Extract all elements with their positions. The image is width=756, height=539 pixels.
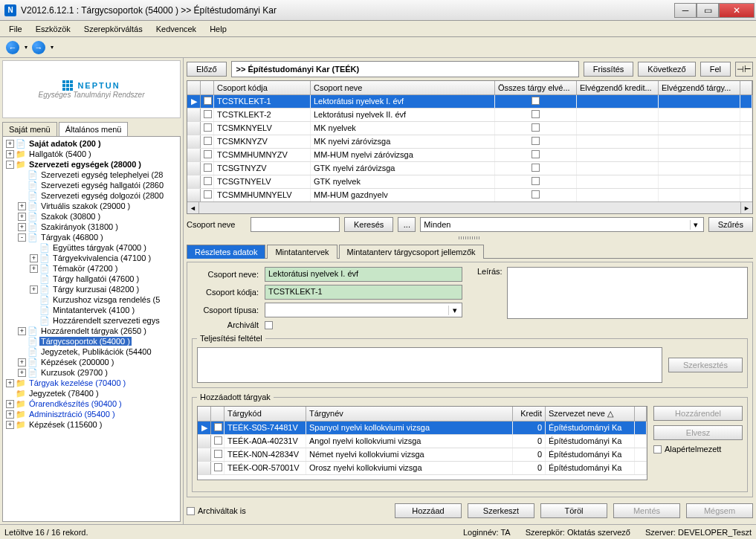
tree-label[interactable]: Szakirányok (31800 ): [39, 222, 120, 231]
tree-label[interactable]: Kurzusok (29700 ): [39, 368, 109, 377]
table-row[interactable]: TCSGTNYELVGTK nyelvek: [187, 175, 752, 189]
groups-grid[interactable]: Csoport kódja Csoport neve Összes tárgy …: [187, 80, 753, 214]
tree-node[interactable]: -📄Tárgyak (46800 ): [4, 232, 178, 242]
field-completion[interactable]: [197, 347, 662, 383]
tree-label[interactable]: Szervezeti egység telephelyei (28: [39, 170, 164, 179]
col-code[interactable]: Csoport kódja: [214, 81, 311, 94]
tree-toggle-icon[interactable]: +: [6, 150, 14, 158]
search-input[interactable]: [251, 217, 340, 232]
nav-back-button[interactable]: ←: [4, 39, 21, 56]
tree-node[interactable]: +📄Tárgy kurzusai (48200 ): [4, 284, 178, 294]
tree-label[interactable]: Adminisztráció (95400 ): [28, 410, 117, 419]
tree-node[interactable]: 📄Kurzushoz vizsga rendelés (5: [4, 294, 178, 305]
maximize-button[interactable]: ▭: [697, 3, 719, 18]
tab-curriculum-props[interactable]: Mintatanterv tárgycsoport jellemzők: [339, 245, 484, 259]
tree-toggle-icon[interactable]: +: [30, 254, 38, 262]
tree-label[interactable]: Hallgatók (5400 ): [28, 149, 93, 158]
search-more-button[interactable]: ...: [398, 217, 416, 232]
tree-node[interactable]: 📄Mintatantervek (4100 ): [4, 305, 178, 315]
tree-toggle-icon[interactable]: +: [30, 285, 38, 294]
back-dropdown-icon[interactable]: ▾: [25, 44, 28, 51]
search-button[interactable]: Keresés: [344, 217, 393, 232]
cancel-button[interactable]: Mégsem: [686, 503, 753, 518]
row-checkbox[interactable]: [532, 123, 540, 132]
row-checkbox[interactable]: [532, 150, 540, 158]
tree-node[interactable]: +📄Hozzárendelt tárgyak (2650 ): [4, 326, 178, 336]
tree[interactable]: +📄Saját adatok (200 )+📁Hallgatók (5400 )…: [2, 136, 181, 522]
add-button[interactable]: Hozzáad: [395, 503, 462, 518]
tree-label[interactable]: Képzések (200000 ): [39, 358, 115, 367]
delete-button[interactable]: Töröl: [540, 503, 607, 518]
tree-label[interactable]: Képzések (115600 ): [28, 420, 103, 429]
tree-toggle-icon[interactable]: +: [6, 379, 14, 387]
tree-label[interactable]: Témakör (47200 ): [51, 264, 119, 273]
row-checkbox[interactable]: [532, 137, 540, 145]
tree-label[interactable]: Hozzárendelt tárgyak (2650 ): [39, 326, 148, 335]
table-row[interactable]: TCSGTNYZVGTK nyelvi záróvizsga: [187, 162, 752, 175]
tree-label[interactable]: Kurzushoz vizsga rendelés (5: [51, 295, 161, 304]
tree-toggle-icon[interactable]: +: [18, 358, 26, 367]
subjects-grid[interactable]: Tárgykód Tárgynév Kredit Szervezet neve …: [197, 406, 647, 480]
menu-help[interactable]: Help: [204, 23, 233, 35]
tree-node[interactable]: +📄Virtuális szakok (29000 ): [4, 201, 178, 211]
tree-label[interactable]: Hozzárendelt szervezeti egys: [51, 316, 161, 325]
tree-toggle-icon[interactable]: +: [18, 202, 26, 210]
tree-node[interactable]: +📁Képzések (115600 ): [4, 419, 178, 430]
menu-tools[interactable]: Eszközök: [30, 23, 77, 35]
remove-button[interactable]: Elvesz: [653, 425, 743, 440]
checkbox-archived[interactable]: [265, 321, 273, 329]
filter-button[interactable]: Szűrés: [708, 217, 753, 232]
tree-node[interactable]: 📄Tárgy hallgatói (47600 ): [4, 274, 178, 284]
default-checkbox-label[interactable]: Alapértelmezett: [653, 445, 743, 454]
row-checkbox[interactable]: [204, 137, 212, 145]
tree-node[interactable]: +📁Hallgatók (5400 ): [4, 149, 178, 159]
tree-label[interactable]: Tárgyak kezelése (70400 ): [28, 378, 127, 387]
menu-role[interactable]: Szerepkörváltás: [78, 23, 149, 35]
tree-label[interactable]: Tárgy hallgatói (47600 ): [51, 274, 140, 283]
tree-label[interactable]: Tárgyekvivalencia (47100 ): [51, 254, 152, 262]
tree-node[interactable]: +📄Témakör (47200 ): [4, 263, 178, 274]
table-row[interactable]: TEÉK-O0R-57001VOrosz nyelvi kollokviumi …: [198, 462, 647, 475]
pin-button[interactable]: ⊣⊢: [735, 62, 753, 77]
minimize-button[interactable]: ─: [674, 3, 697, 18]
tree-node[interactable]: 📄Tárgycsoportok (54000 ): [4, 336, 178, 346]
next-button[interactable]: Következő: [638, 62, 695, 77]
tree-node[interactable]: -📁Szervezeti egységek (28000 ): [4, 159, 178, 170]
tree-node[interactable]: 📁Jegyzetek (78400 ): [4, 388, 178, 398]
tree-node[interactable]: 📄Jegyzetek, Publikációk (54400: [4, 346, 178, 357]
nav-forward-button[interactable]: →: [30, 39, 47, 56]
row-checkbox[interactable]: [214, 450, 222, 458]
combo-group-type[interactable]: ▾: [265, 303, 462, 317]
splitter[interactable]: [187, 235, 753, 241]
tree-label[interactable]: Jegyzetek, Publikációk (54400: [39, 347, 153, 356]
row-checkbox[interactable]: [532, 164, 540, 172]
tab-general-menu[interactable]: Általános menü: [59, 122, 129, 136]
table-row[interactable]: TEÉK-A0A-40231VAngol nyelvi kollokviumi …: [198, 435, 647, 448]
tree-node[interactable]: +📄Kurzusok (29700 ): [4, 367, 178, 378]
assign-button[interactable]: Hozzárendel: [653, 406, 743, 421]
tree-label[interactable]: Együttes tárgyak (47000 ): [51, 243, 148, 252]
row-checkbox[interactable]: [532, 177, 540, 185]
tree-node[interactable]: +📁Adminisztráció (95400 ): [4, 409, 178, 419]
field-description[interactable]: [507, 267, 748, 319]
row-checkbox[interactable]: [204, 164, 212, 172]
tree-node[interactable]: +📄Szakok (30800 ): [4, 211, 178, 222]
tree-label[interactable]: Tárgycsoportok (54000 ): [39, 337, 132, 346]
row-checkbox[interactable]: [532, 110, 540, 118]
tree-node[interactable]: +📄Tárgyekvivalencia (47100 ): [4, 253, 178, 263]
tree-node[interactable]: 📄Szervezeti egység telephelyei (28: [4, 170, 178, 180]
grid-hscroll[interactable]: ◄►: [187, 201, 752, 213]
row-checkbox[interactable]: [204, 150, 212, 158]
tree-label[interactable]: Szervezeti egységek (28000 ): [28, 160, 143, 169]
row-checkbox[interactable]: [204, 110, 212, 118]
row-checkbox[interactable]: [204, 123, 212, 132]
col-all[interactable]: Összes tárgy elvé...: [495, 81, 577, 94]
tree-label[interactable]: Mintatantervek (4100 ): [51, 306, 136, 314]
row-checkbox[interactable]: [204, 177, 212, 185]
tree-node[interactable]: 📄Hozzárendelt szervezeti egys: [4, 315, 178, 326]
row-checkbox[interactable]: [532, 190, 540, 199]
col-subj-org[interactable]: Szervezet neve △: [546, 407, 635, 421]
tree-toggle-icon[interactable]: +: [18, 213, 26, 221]
tree-toggle-icon[interactable]: -: [6, 161, 14, 169]
checkbox-archived-also[interactable]: [187, 507, 195, 515]
